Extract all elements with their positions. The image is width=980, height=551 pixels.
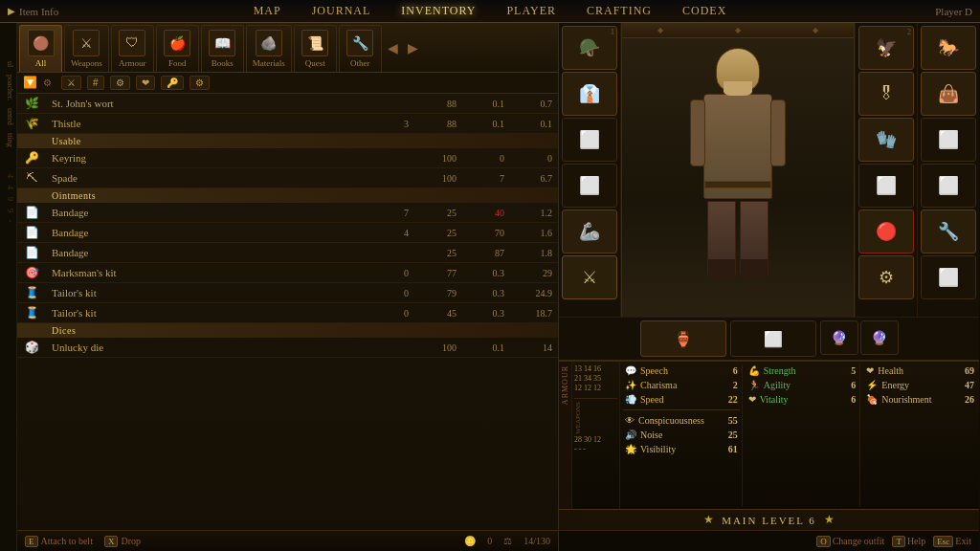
stat-noise: 🔊 Noise 25 [623,429,740,441]
tab-armour[interactable]: 🛡 Armour [111,25,154,72]
item-val2: 18.7 [504,308,552,319]
equip-slot-chest-armor[interactable]: 🏺 [640,320,726,357]
main-level-star-left: ★ [703,513,714,527]
nav-journal[interactable]: JOURNAL [308,2,375,20]
equip-slot-fr6[interactable]: ⬜ [921,255,976,299]
table-row[interactable]: ⛏ Spade 100 7 6.7 [17,168,558,188]
category-header: Usable [17,134,558,148]
item-val1: 7 [457,173,504,184]
char-leg-left [707,201,736,277]
item-name: St. John's wort [52,98,361,109]
equip-slot-r4[interactable]: ⬜ [858,164,914,208]
stat-energy: ⚡ Energy 47 [864,379,976,391]
nav-player[interactable]: PLAYER [502,2,560,20]
bottom-nav: O Change outfit T Help Esc Exit [559,530,979,551]
char-body [703,94,772,199]
item-val2: 29 [504,268,552,278]
stat-visibility: 🌟 Visibility 61 [623,443,740,455]
table-row[interactable]: 🧵 Tailor's kit 0 79 0.3 24.9 [17,283,558,303]
filter-btn-3[interactable]: ⚙ [110,76,130,90]
item-name: Bandage [52,247,361,258]
equip-slot-fr4[interactable]: ⬜ [921,164,976,208]
equip-slot-r3[interactable]: 🧤 [858,118,914,162]
tab-weapons-label: Weapons [71,58,102,68]
equip-slot-r5[interactable]: 🔴 [858,209,914,253]
filter-btn-1[interactable]: ⚔ [61,76,81,90]
help-action[interactable]: T Help [892,536,925,547]
tab-other[interactable]: 🔧 Other [339,25,382,72]
equip-slot-sm1[interactable]: 🔮 [820,320,858,355]
armour-icon: 🛡 [119,30,145,56]
filter-btn-6[interactable]: ⚙ [189,76,210,90]
item-val2: 1.8 [504,248,552,258]
tab-materials[interactable]: 🪨 Materials [246,25,292,72]
stat-col-1: 💬 Speech 6 ✨ Charisma 2 💨 Speed 22 [623,364,740,506]
tab-books[interactable]: 📖 Books [201,25,244,72]
stat-agility: 🏃 Agility 6 [746,379,858,391]
attach-belt-action[interactable]: E Attach to belt [25,536,93,547]
gold-icon: 🪙 [464,536,476,546]
tab-materials-label: Materials [253,58,285,68]
equip-slot-neck[interactable]: 👔 [562,72,617,116]
item-val2: 24.9 [504,288,552,298]
category-tabs: 🟤 All ⚔ Weapons 🛡 Armour 🍎 Food 📖 [17,23,558,73]
table-row[interactable]: 📄 Bandage 25 87 1.8 [17,243,558,263]
food-icon: 🍎 [164,30,190,56]
equip-slot-extra1[interactable]: ⬜ [730,320,816,357]
char-head [716,48,760,92]
tab-quest[interactable]: 📜 Quest [294,25,337,72]
character-portrait: ◆ ◆ ◆ [621,23,855,317]
equip-slot-hands[interactable]: 🦾 [562,209,617,253]
table-row[interactable]: 📄 Bandage 4 25 70 1.6 [17,223,558,243]
table-row[interactable]: 🌿 St. John's wort 88 0.1 0.7 [17,94,558,114]
filter-btn-2[interactable]: # [87,76,104,90]
nav-crafting[interactable]: CRAFTING [583,2,656,20]
item-val1: 0 [457,153,504,164]
next-tab[interactable]: ▶ [404,25,422,72]
item-qty: 7 [361,208,409,218]
equip-slot-chest[interactable]: ⬜ [562,118,617,162]
prev-tab[interactable]: ◀ [384,25,402,72]
table-row[interactable]: 🎲 Unlucky die 100 0.1 14 [17,338,558,358]
equip-slot-r1[interactable]: 🦅2 [858,26,914,70]
char-arm-right [770,99,786,166]
item-val2: 0.1 [504,119,552,129]
table-row[interactable]: 🎯 Marksman's kit 0 77 0.3 29 [17,263,558,283]
item-name: Tailor's kit [52,287,361,298]
item-weight: 45 [409,308,457,319]
main-level-text: MAIN LEVEL 6 [722,515,816,526]
change-outfit-action[interactable]: O Change outfit [816,536,884,547]
equip-slot-fr3[interactable]: ⬜ [921,118,976,162]
filter-btn-4[interactable]: ❤ [136,76,155,90]
tab-other-label: Other [350,58,370,68]
nav-codex[interactable]: CODEX [679,2,730,20]
table-row[interactable]: 📄 Bandage 7 25 40 1.2 [17,203,558,223]
character-figure [676,38,800,287]
nav-inventory[interactable]: INVENTORY [397,2,479,20]
equip-slot-sm2[interactable]: 🔮 [860,320,899,355]
filter-btn-5[interactable]: 🔑 [161,76,184,90]
equip-slot-back[interactable]: ⬜ [562,164,617,208]
equip-slot-shield[interactable]: ⚙ [858,255,914,299]
tab-weapons[interactable]: ⚔ Weapons [64,25,109,72]
drop-action[interactable]: X Drop [104,536,141,547]
character-panel: 🪖1 👔 ⬜ ⬜ 🦾 ⚔ ◆ ◆ ◆ [558,23,979,551]
item-val2: 0 [504,153,552,164]
equip-slot-head[interactable]: 🪖1 [562,26,617,70]
table-row[interactable]: 🌾 Thistle 3 88 0.1 0.1 [17,114,558,134]
nav-map[interactable]: MAP [250,2,285,20]
item-val1: 0.3 [457,308,504,319]
equip-slot-fr5[interactable]: 🔧 [921,209,976,253]
table-row[interactable]: 🔑 Keyring 100 0 0 [17,148,558,168]
tab-food[interactable]: 🍎 Food [156,25,199,72]
exit-action[interactable]: Esc Exit [933,536,971,547]
tab-all[interactable]: 🟤 All [19,25,62,72]
stat-divider [623,409,740,410]
char-belt [704,181,771,188]
equip-slot-fr1[interactable]: 🐎 [921,26,976,70]
equip-slot-weapon[interactable]: ⚔ [562,255,617,299]
equip-slot-fr2[interactable]: 👜 [921,72,976,116]
books-icon: 📖 [209,30,235,56]
table-row[interactable]: 🧵 Tailor's kit 0 45 0.3 18.7 [17,303,558,323]
equip-slot-r2[interactable]: 🎖 [858,72,914,116]
